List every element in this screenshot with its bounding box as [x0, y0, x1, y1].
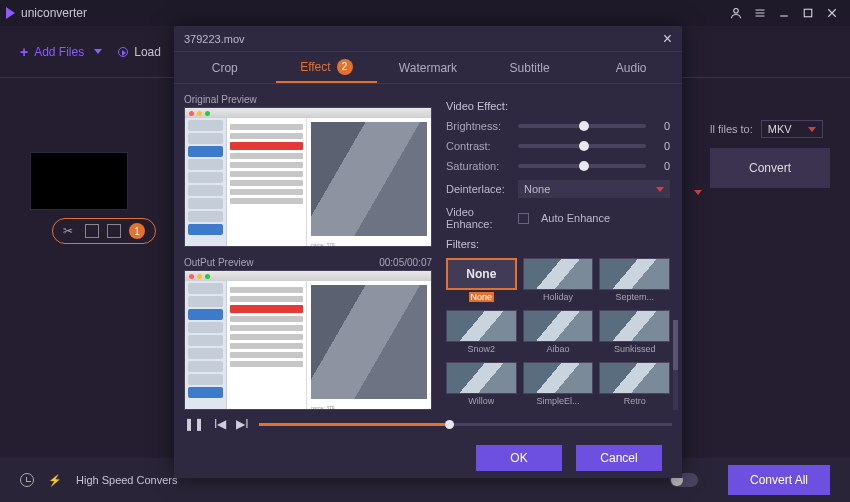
dialog-close-button[interactable]: ×	[663, 31, 672, 47]
filter-simpleel-label: SimpleEl...	[536, 396, 579, 406]
filter-sunkissed[interactable]: Sunkissed	[599, 310, 670, 356]
tab-audio-label: Audio	[616, 61, 647, 75]
brightness-label: Brightness:	[446, 120, 510, 132]
output-preview: name: 379…kind: JPEGsize: 1.2 MBMore inf…	[184, 270, 432, 410]
schedule-icon[interactable]	[20, 473, 34, 487]
menu-icon[interactable]	[751, 4, 769, 22]
plus-icon: +	[20, 44, 28, 60]
convert-button[interactable]: Convert	[710, 148, 830, 188]
app-logo-icon	[6, 7, 15, 19]
close-app-icon[interactable]	[823, 4, 841, 22]
tab-watermark[interactable]: Watermark	[377, 52, 479, 83]
contrast-label: Contrast:	[446, 140, 510, 152]
expand-chevron[interactable]	[690, 186, 702, 198]
tab-audio[interactable]: Audio	[580, 52, 682, 83]
filter-snow2-label: Snow2	[468, 344, 496, 354]
filter-holiday-label: Holiday	[543, 292, 573, 302]
maximize-icon[interactable]	[799, 4, 817, 22]
filter-willow[interactable]: Willow	[446, 362, 517, 408]
svg-rect-1	[804, 9, 812, 17]
app-name: uniconverter	[21, 6, 87, 20]
convert-all-button[interactable]: Convert All	[728, 465, 830, 495]
filter-simpleel[interactable]: SimpleEl...	[523, 362, 594, 408]
filter-aibao-label: Aibao	[546, 344, 569, 354]
output-preview-label: OutPut Preview	[184, 257, 253, 268]
dialog-tabs: Crop Effect 2 Watermark Subtitle Audio	[174, 52, 682, 84]
add-files-label: Add Files	[34, 45, 84, 59]
filter-snow2[interactable]: Snow2	[446, 310, 517, 356]
filter-none[interactable]: None None	[446, 258, 517, 304]
load-label: Load	[134, 45, 161, 59]
output-format-value: MKV	[768, 123, 792, 135]
saturation-value: 0	[654, 160, 670, 172]
auto-enhance-label: Auto Enhance	[541, 212, 610, 224]
convert-label: Convert	[749, 161, 791, 175]
high-speed-label: High Speed Convers	[76, 474, 178, 486]
deinterlace-select[interactable]: None	[518, 180, 670, 198]
filter-none-label: None	[469, 292, 495, 302]
app-titlebar: uniconverter	[0, 0, 850, 26]
brightness-slider[interactable]	[518, 124, 646, 128]
callout-badge-2: 2	[337, 59, 353, 75]
filter-september[interactable]: Septem...	[599, 258, 670, 304]
filter-sunkissed-label: Sunkissed	[614, 344, 656, 354]
disc-icon	[118, 47, 128, 57]
video-effect-heading: Video Effect:	[446, 100, 670, 112]
filter-holiday[interactable]: Holiday	[523, 258, 594, 304]
tab-effect-label: Effect	[300, 60, 330, 74]
crop-icon[interactable]	[85, 224, 99, 238]
filters-heading: Filters:	[446, 238, 670, 250]
effect-shortcut-icon[interactable]	[107, 224, 121, 238]
video-enhance-label: Video Enhance:	[446, 206, 510, 230]
contrast-value: 0	[654, 140, 670, 152]
load-dvd-button[interactable]: Load	[118, 45, 161, 59]
original-preview: name: 379…kind: JPEGsize: 1.2 MBMore inf…	[184, 107, 432, 247]
playhead-slider[interactable]	[259, 423, 672, 426]
saturation-label: Saturation:	[446, 160, 510, 172]
tab-effect[interactable]: Effect 2	[276, 52, 378, 83]
filter-none-thumb: None	[446, 258, 517, 290]
chevron-down-icon	[94, 49, 102, 54]
deinterlace-value: None	[524, 183, 550, 195]
filter-retro[interactable]: Retro	[599, 362, 670, 408]
tab-crop[interactable]: Crop	[174, 52, 276, 83]
chevron-down-icon	[656, 187, 664, 192]
filter-september-label: Septem...	[615, 292, 654, 302]
add-files-button[interactable]: + Add Files	[20, 44, 102, 60]
contrast-slider[interactable]	[518, 144, 646, 148]
dialog-title: 379223.mov	[184, 33, 245, 45]
all-files-to-label: ll files to:	[710, 123, 753, 135]
transport-bar: ❚❚ I◀ ▶I	[174, 410, 682, 438]
auto-enhance-checkbox[interactable]	[518, 213, 529, 224]
output-format-row: ll files to: MKV	[710, 120, 830, 138]
next-frame-button[interactable]: ▶I	[236, 417, 248, 431]
thumb-tool-callout: ✂ 1	[52, 218, 156, 244]
output-format-select[interactable]: MKV	[761, 120, 823, 138]
prev-frame-button[interactable]: I◀	[214, 417, 226, 431]
filters-scrollbar[interactable]	[673, 320, 678, 410]
account-icon[interactable]	[727, 4, 745, 22]
filter-aibao[interactable]: Aibao	[523, 310, 594, 356]
ok-button[interactable]: OK	[476, 445, 562, 471]
callout-badge-1: 1	[129, 223, 145, 239]
filters-grid: None None Holiday Septem... Snow2 Aibao …	[446, 258, 670, 408]
minimize-icon[interactable]	[775, 4, 793, 22]
chevron-down-icon	[808, 127, 816, 132]
tab-subtitle-label: Subtitle	[510, 61, 550, 75]
tab-watermark-label: Watermark	[399, 61, 457, 75]
brightness-value: 0	[654, 120, 670, 132]
bolt-icon: ⚡	[48, 474, 62, 487]
pause-button[interactable]: ❚❚	[184, 417, 204, 431]
video-thumbnail[interactable]	[30, 152, 128, 210]
preview-timecode: 00:05/00:07	[379, 257, 432, 268]
original-preview-label: Original Preview	[184, 94, 432, 105]
filter-retro-label: Retro	[624, 396, 646, 406]
edit-dialog: 379223.mov × Crop Effect 2 Watermark Sub…	[174, 26, 682, 478]
deinterlace-label: Deinterlace:	[446, 183, 510, 195]
saturation-slider[interactable]	[518, 164, 646, 168]
svg-point-0	[734, 9, 739, 14]
scissors-icon[interactable]: ✂	[63, 224, 77, 238]
tab-crop-label: Crop	[212, 61, 238, 75]
cancel-button[interactable]: Cancel	[576, 445, 662, 471]
tab-subtitle[interactable]: Subtitle	[479, 52, 581, 83]
